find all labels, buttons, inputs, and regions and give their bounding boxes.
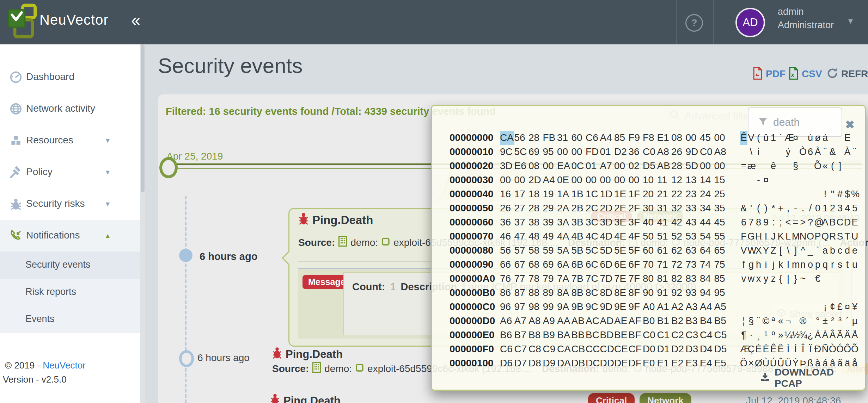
hex-byte: C4 xyxy=(700,328,714,342)
sidebar-item-label: Network activity xyxy=(26,103,95,114)
hex-byte: A0 xyxy=(643,300,657,314)
hex-byte: B6 xyxy=(500,328,514,342)
hex-byte: BB xyxy=(571,328,586,342)
hex-byte: 47 xyxy=(514,229,529,243)
ascii-char: Ö xyxy=(740,356,747,370)
ascii-char: X xyxy=(755,243,762,258)
sidebar-subitem-label: Security events xyxy=(25,259,91,270)
ascii-char: Ê xyxy=(770,342,777,356)
hex-byte: C8 xyxy=(528,342,543,356)
hex-byte: 35 xyxy=(714,201,729,215)
sidebar-scrollbar-thumb[interactable] xyxy=(141,44,145,192)
event-name[interactable]: Ping.Death xyxy=(286,348,343,361)
hex-byte: 87 xyxy=(514,286,529,300)
sidebar-item-policy[interactable]: Policy▾ xyxy=(0,156,140,188)
top-navbar: NeuVector « ? AD admin Administrator ▾ xyxy=(0,0,868,44)
ascii-char: ( xyxy=(755,201,762,215)
ascii-char: = xyxy=(740,159,747,173)
ascii-char: ( xyxy=(829,159,836,173)
ascii-char: O xyxy=(807,229,814,243)
hex-byte: A9 xyxy=(543,314,557,328)
hex-byte: 00 xyxy=(586,173,600,187)
event-name[interactable]: Ping.Death xyxy=(312,213,373,227)
ascii-char xyxy=(836,173,844,187)
hex-byte: 12 xyxy=(671,173,686,187)
ascii-char xyxy=(740,300,747,314)
hex-byte: 3B xyxy=(571,215,586,229)
sidebar-subitem-risk-reports[interactable]: Risk reports xyxy=(0,279,140,306)
ascii-char: Ç xyxy=(747,342,755,356)
ascii-char: H xyxy=(755,229,762,243)
hex-byte: 1F xyxy=(629,187,643,201)
hex-byte: 08 xyxy=(528,159,543,173)
hex-address: 00000070 xyxy=(450,229,489,243)
download-icon xyxy=(760,372,770,385)
hex-byte: E5 xyxy=(714,356,729,370)
hex-byte: 00 xyxy=(500,173,514,187)
hex-byte: 2B xyxy=(571,201,586,215)
ascii-char: ] xyxy=(836,159,844,173)
hex-byte: 8D xyxy=(600,286,615,300)
sidebar-collapse-button[interactable]: « xyxy=(131,11,140,30)
event-name[interactable]: Ping.Death xyxy=(283,395,341,403)
hex-byte: 64 xyxy=(700,243,714,258)
export-pdf-button[interactable]: PDF xyxy=(752,67,786,81)
sidebar-item-network-activity[interactable]: Network activity xyxy=(0,93,140,125)
hex-byte: 29 xyxy=(543,201,557,215)
hex-byte: 46 xyxy=(500,229,514,243)
avatar[interactable]: AD xyxy=(735,8,765,37)
ascii-char: i xyxy=(755,145,762,159)
hex-byte: 2D xyxy=(528,173,543,187)
hex-byte: 01 xyxy=(586,159,600,173)
bug-icon xyxy=(272,347,282,362)
hex-byte: 6E xyxy=(614,258,629,272)
chevron-down-icon: ▾ xyxy=(106,168,110,177)
export-csv-button[interactable]: x CSV xyxy=(788,67,822,81)
ascii-char: ¨ xyxy=(755,314,762,328)
ascii-char: & xyxy=(829,145,836,159)
hex-byte: 9A xyxy=(557,300,571,314)
ascii-char: L xyxy=(784,229,792,243)
ascii-char xyxy=(851,159,858,173)
neuvector-link[interactable]: NeuVector xyxy=(43,360,85,371)
hex-row: 000000203DE60800EA0C01A70002D5AB285D0000… xyxy=(432,159,865,173)
sidebar-subitem-security-events[interactable]: Security events xyxy=(0,252,140,279)
hex-byte: 2C xyxy=(586,201,600,215)
ascii-char: m xyxy=(792,258,799,272)
hex-byte: 17 xyxy=(514,187,529,201)
sidebar-item-resources[interactable]: Resources▾ xyxy=(0,125,140,156)
refresh-button[interactable]: REFRESH xyxy=(826,67,868,81)
hex-byte: 59 xyxy=(543,243,557,258)
user-menu-caret-icon[interactable]: ▾ xyxy=(848,16,853,26)
ascii-char xyxy=(762,145,770,159)
hex-byte: AB xyxy=(657,159,672,173)
sidebar-item-notifications[interactable]: Notifications▴ xyxy=(0,220,140,252)
hex-byte: D8 xyxy=(528,356,543,370)
sidebar-item-dashboard[interactable]: Dashboard xyxy=(0,61,140,93)
event-marker xyxy=(179,350,194,367)
ascii-char: o xyxy=(807,258,814,272)
hex-byte: 26 xyxy=(500,201,514,215)
ascii-char: / xyxy=(807,201,814,215)
hex-byte: 1B xyxy=(571,187,586,201)
help-icon[interactable]: ? xyxy=(685,14,703,32)
ascii-char xyxy=(836,131,844,145)
hex-byte: 3F xyxy=(629,215,643,229)
close-icon[interactable]: ✖ xyxy=(845,118,855,131)
hex-byte: D7 xyxy=(514,356,529,370)
hex-byte: 98 xyxy=(528,300,543,314)
timeline-start-marker xyxy=(159,157,178,178)
hex-byte: 08 xyxy=(671,131,686,145)
ascii-char xyxy=(851,272,858,286)
hex-byte: 93 xyxy=(686,286,700,300)
download-pcap-button[interactable]: DOWNLOAD PCAP xyxy=(760,367,858,389)
ascii-char: 1 xyxy=(770,131,777,145)
sidebar-subitem-events[interactable]: Events xyxy=(0,306,140,333)
hex-byte: E0 xyxy=(643,356,657,370)
sidebar-item-security-risks[interactable]: Security risks▾ xyxy=(0,188,140,220)
ascii-char xyxy=(792,300,799,314)
hex-byte: 77 xyxy=(514,272,529,286)
hex-byte: 33 xyxy=(686,201,700,215)
hex-byte: 49 xyxy=(543,229,557,243)
ascii-char xyxy=(755,286,762,300)
